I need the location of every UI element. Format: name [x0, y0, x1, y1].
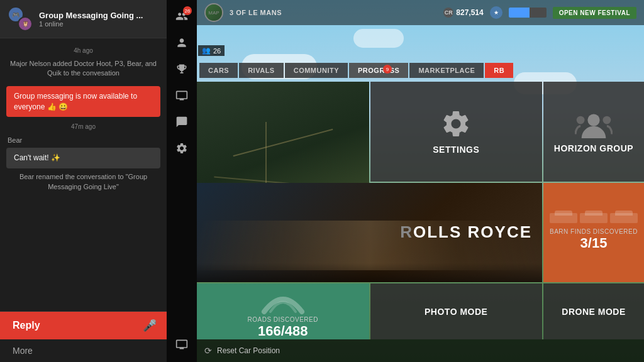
barn-finds-count: 3/15 [580, 235, 608, 251]
group-icon [175, 36, 188, 49]
mic-icon: 🎤 [143, 319, 157, 332]
skill-bar [509, 8, 547, 18]
barn-finds-label: BARN FINDS DISCOVERED [550, 228, 638, 235]
icon-sidebar: 26 [167, 0, 197, 362]
horizon-group-title: HORIZON GROUP [554, 143, 633, 153]
bottom-bar: ⟳ Reset Car Position [197, 339, 644, 362]
tab-progress[interactable]: PROGRESS [349, 63, 408, 78]
roads-label: ROADS DISCOVERED [248, 316, 318, 323]
rolls-royce-card[interactable]: ROLLS ROYCE [197, 183, 542, 283]
sender-bear: Bear [0, 134, 167, 145]
mic-button[interactable]: 🎤 [133, 312, 167, 339]
roads-count: 166/488 [258, 323, 308, 339]
users-badge: 26 [183, 6, 192, 15]
other-message-1: Can't wait! ✨ [6, 148, 160, 168]
reply-bar: Reply 🎤 [0, 312, 167, 339]
tab-marketplace[interactable]: MARKETPLACE [409, 63, 484, 78]
hud-location: 3 OF LE MANS [230, 9, 437, 16]
tab-rivals[interactable]: RIVALS [239, 63, 284, 78]
chat-icon [175, 116, 188, 128]
hud-credits: CR 827,514 [443, 8, 483, 18]
sidebar-item-group[interactable] [170, 31, 193, 54]
tab-cars[interactable]: CARS [199, 63, 238, 78]
road-icon [261, 283, 305, 315]
car-sil-2 [580, 213, 608, 223]
system-msg-1: Major Nelson added Doctor Hoot, P3, Bear… [0, 58, 167, 84]
system-msg-2: Bear renamed the conversation to "Group … [0, 171, 167, 197]
trophy-icon [175, 63, 188, 75]
main-area: MAP 3 OF LE MANS CR 827,514 ★ OPEN NEW F… [197, 0, 644, 362]
chat-messages: 4h ago Major Nelson added Doctor Hoot, P… [0, 38, 167, 311]
settings-card[interactable]: SETTINGS [370, 82, 543, 182]
credits-value: 827,514 [456, 8, 483, 17]
car-sil-3 [610, 213, 638, 223]
rr-shadow [197, 263, 542, 282]
timestamp-1: 4h ago [0, 43, 167, 58]
header-info: Group Messaging Going ... 1 online [39, 11, 159, 28]
drone-mode-card[interactable]: DRONE MODE [543, 283, 644, 339]
left-panel: 🎮 🦉 Group Messaging Going ... 1 online 4… [0, 0, 167, 362]
reply-button[interactable]: Reply [0, 312, 133, 339]
photo-mode-title: PHOTO MODE [425, 307, 487, 317]
sidebar-item-trophy[interactable] [170, 58, 193, 80]
chat-footer: Reply 🎤 More [0, 311, 167, 362]
avatar-group: 🎮 🦉 [8, 6, 33, 31]
sidebar-item-chat[interactable] [170, 111, 193, 133]
car-sil-1 [550, 213, 577, 223]
players-badge: 👥 26 [198, 45, 225, 56]
map-road-1 [233, 128, 333, 156]
display-icon [175, 338, 188, 351]
players-count: 26 [213, 47, 221, 55]
horizon-group-icon [575, 110, 613, 138]
open-festival-button[interactable]: OPEN NEW FESTIVAL [553, 7, 636, 19]
online-count: 1 online [39, 20, 159, 28]
sidebar-item-monitor[interactable] [170, 84, 193, 107]
barn-finds-card[interactable]: BARN FINDS DISCOVERED 3/15 [543, 183, 644, 283]
reset-icon: ⟳ [204, 346, 212, 356]
nav-tabs: CARS RIVALS COMMUNITY PROGRESS MARKETPLA… [197, 63, 644, 78]
car-silhouettes [550, 213, 638, 223]
tab-community[interactable]: COMMUNITY [285, 63, 348, 78]
gear-icon [175, 142, 188, 155]
skill-bar-fill [509, 8, 530, 18]
timestamp-2: 47m ago [0, 119, 167, 134]
progress-badge: 9 [383, 65, 392, 74]
svg-point-2 [602, 116, 611, 124]
roads-discovered-card[interactable]: ROADS DISCOVERED 166/488 [197, 283, 369, 339]
photo-mode-card[interactable]: PHOTO MODE [370, 283, 543, 339]
cards-grid: SETTINGS HORIZON GROUP BARN FIN [197, 82, 644, 339]
credits-icon: CR [443, 8, 453, 18]
reset-car-label: Reset Car Position [217, 346, 280, 355]
monitor-icon [175, 89, 188, 102]
self-message-1: Group messaging is now available to ever… [6, 86, 160, 118]
chat-header: 🎮 🦉 Group Messaging Going ... 1 online [0, 0, 167, 38]
horizon-group-card[interactable]: HORIZON GROUP [543, 82, 644, 182]
chat-title: Group Messaging Going ... [39, 11, 159, 20]
players-icon: 👥 [202, 47, 211, 55]
drone-mode-title: DRONE MODE [562, 307, 625, 317]
tab-rb[interactable]: RB [485, 63, 513, 78]
minimap-content: MAP [206, 4, 222, 21]
svg-point-1 [577, 116, 585, 124]
skill-icon: ★ [490, 6, 502, 19]
avatar-2: 🦉 [18, 16, 33, 31]
sidebar-item-users[interactable]: 26 [170, 5, 193, 28]
settings-title: SETTINGS [433, 145, 479, 155]
svg-point-0 [587, 114, 599, 126]
settings-gear-icon [440, 108, 472, 140]
sidebar-item-display[interactable] [170, 333, 193, 356]
sidebar-item-settings[interactable] [170, 137, 193, 160]
cloud-2 [353, 29, 404, 48]
more-button[interactable]: More [0, 339, 167, 362]
rr-name: ROLLS ROYCE [400, 222, 532, 242]
minimap-icon: MAP [204, 3, 223, 22]
hud-top-bar: MAP 3 OF LE MANS CR 827,514 ★ OPEN NEW F… [197, 0, 644, 25]
